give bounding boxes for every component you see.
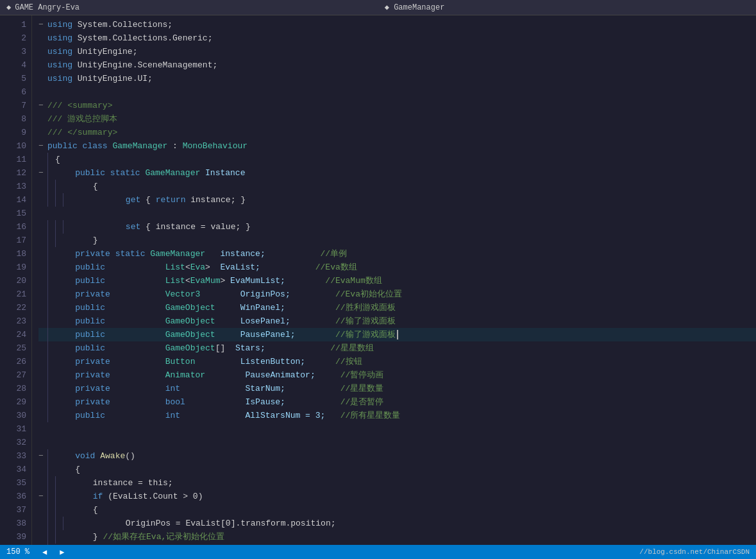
line-number: 39 xyxy=(3,530,26,544)
code-token xyxy=(110,330,165,340)
code-line: } xyxy=(38,544,756,545)
code-token xyxy=(215,330,240,340)
indent-guide xyxy=(47,368,55,382)
code-token: MonoBehaviour xyxy=(183,139,248,153)
indent-space xyxy=(55,395,75,409)
code-line: using UnityEngine.UI; xyxy=(38,72,756,85)
code-token: UnityEngine.UI xyxy=(78,72,147,85)
code-line: public GameObject LosePanel; //输了游戏面板 xyxy=(38,314,756,328)
line-number: 17 xyxy=(3,234,26,247)
code-line xyxy=(38,207,756,220)
line-number: 36 xyxy=(3,490,26,503)
line-number: 26 xyxy=(3,355,26,368)
fold-button xyxy=(38,368,46,382)
indent-space xyxy=(55,463,75,476)
indent-guide xyxy=(47,153,55,166)
fold-button xyxy=(38,355,46,368)
line-number: 11 xyxy=(3,153,26,166)
fold-button[interactable]: − xyxy=(38,99,46,112)
file-name: GameManager xyxy=(394,3,444,12)
fold-button[interactable]: − xyxy=(38,18,46,31)
code-token xyxy=(200,288,240,301)
code-line: − public static GameManager Instance xyxy=(38,166,756,180)
fold-button xyxy=(38,314,46,328)
fold-button[interactable]: − xyxy=(38,166,46,180)
line-number: 10 xyxy=(3,139,26,153)
code-token: } xyxy=(75,544,80,545)
indent-guide xyxy=(47,503,55,517)
line-number: 15 xyxy=(3,207,26,220)
indent-space xyxy=(63,180,93,193)
line-number: 32 xyxy=(3,436,26,449)
fold-button xyxy=(38,436,46,449)
title-bar: ◆ GAME Angry-Eva ◆ GameManager xyxy=(0,0,756,15)
code-token: Animator xyxy=(165,368,205,382)
code-token: <summary> xyxy=(67,99,112,112)
code-token: int xyxy=(165,382,180,395)
code-line xyxy=(38,422,756,436)
code-line: using System.Collections.Generic; xyxy=(38,31,756,45)
project-name: GAME Angry-Eva xyxy=(15,3,80,12)
fold-button xyxy=(38,395,46,409)
indent-space xyxy=(55,544,75,545)
code-token xyxy=(115,382,165,395)
indent-space xyxy=(63,490,93,503)
code-token: GameManager xyxy=(145,166,200,180)
code-line: get { return instance; } xyxy=(38,193,756,207)
code-token xyxy=(180,409,245,422)
fold-button xyxy=(38,422,46,436)
line-number: 1 xyxy=(3,18,26,31)
fold-button xyxy=(38,382,46,395)
code-line: public GameObject WinPanel; //胜利游戏面板 xyxy=(38,301,756,314)
code-token: GameManager xyxy=(150,247,205,261)
zoom-level: 150 % xyxy=(6,547,29,556)
nav-left[interactable]: ◀ xyxy=(42,547,47,557)
indent-guide xyxy=(47,274,55,288)
code-token: //Eva数组 xyxy=(315,261,357,274)
code-token: { xyxy=(93,503,98,517)
code-token: ; xyxy=(167,18,172,31)
code-token xyxy=(115,395,165,409)
line-number: 29 xyxy=(3,395,26,409)
line-number: 35 xyxy=(3,476,26,490)
code-token: GameObject xyxy=(165,314,215,328)
code-token: { xyxy=(75,463,80,476)
fold-button[interactable]: − xyxy=(38,449,46,463)
code-line: { xyxy=(38,180,756,193)
code-token: //Eva初始化位置 xyxy=(335,288,402,301)
code-body[interactable]: 1234567891011121314151617181920212223242… xyxy=(0,15,756,545)
code-content[interactable]: −using System.Collections; using System.… xyxy=(32,15,756,545)
code-line xyxy=(38,85,756,99)
code-token: public xyxy=(47,139,83,153)
nav-right[interactable]: ▶ xyxy=(60,547,64,557)
line-number: 27 xyxy=(3,368,26,382)
code-token: GameObject xyxy=(165,330,215,340)
code-token: : xyxy=(167,139,182,153)
code-line: −public class GameManager : MonoBehaviou… xyxy=(38,139,756,153)
status-bar: 150 % ◀ ▶ //blog.csdn.net/ChinarCSDN xyxy=(0,545,756,559)
watermark: //blog.csdn.net/ChinarCSDN xyxy=(639,548,750,556)
text-cursor xyxy=(397,330,398,340)
fold-button[interactable]: − xyxy=(38,139,46,153)
title-bar-center: ◆ GameManager xyxy=(80,3,750,12)
indent-space xyxy=(63,503,93,517)
code-line: −using System.Collections; xyxy=(38,18,756,31)
code-token: GameObject xyxy=(165,341,215,355)
code-token xyxy=(110,274,165,288)
code-editor: 1234567891011121314151617181920212223242… xyxy=(0,15,756,559)
code-token: </summary> xyxy=(67,126,117,139)
code-token: { instance = value; } xyxy=(140,220,251,234)
fold-button[interactable]: − xyxy=(38,490,46,503)
code-token: < xyxy=(185,261,190,274)
line-number: 37 xyxy=(3,503,26,517)
line-number: 2 xyxy=(3,31,26,45)
title-bar-left: ◆ GAME Angry-Eva xyxy=(6,3,80,12)
code-token: } xyxy=(93,234,98,247)
line-number: 9 xyxy=(3,126,26,139)
fold-button xyxy=(38,85,46,99)
indent-guide xyxy=(47,530,55,544)
fold-button xyxy=(38,220,46,234)
line-number: 12 xyxy=(3,166,26,180)
code-token: GameObject xyxy=(165,301,215,314)
code-token: //星星数量 xyxy=(340,382,384,395)
